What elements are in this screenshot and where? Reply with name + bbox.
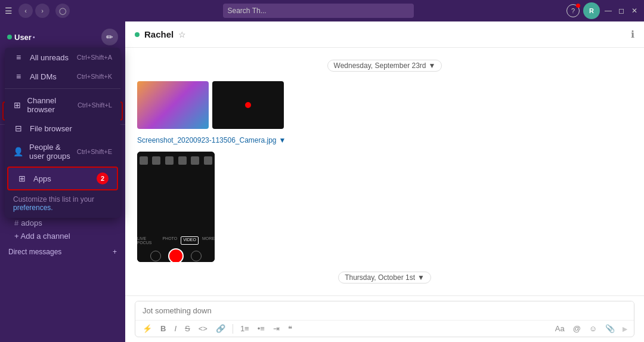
- titlebar-center: Search Th...: [70, 4, 566, 18]
- more-dropdown-menu: ≡ All unreads Ctrl+Shift+A ≡ All DMs Ctr…: [5, 48, 120, 218]
- maximize-button[interactable]: ◻: [617, 6, 626, 16]
- step-2-badge: 2: [97, 172, 109, 184]
- all-dms-icon: ≡: [13, 72, 24, 81]
- dropdown-item-channel-browser[interactable]: ⊞ Channel browser Ctrl+Shift+L: [5, 91, 120, 119]
- camera-modes: LIVE FOCUS PHOTO VIDEO MORE: [137, 236, 215, 245]
- apps-label: Apps: [33, 174, 51, 183]
- help-button[interactable]: ?: [566, 4, 580, 17]
- image-thumb-1[interactable]: [137, 81, 209, 129]
- people-icon: 👤: [13, 147, 23, 156]
- date-text-thursday: Thursday, October 1st: [345, 273, 415, 282]
- emoji-button[interactable]: ☺: [587, 323, 599, 334]
- titlebar-right: ? R — ◻ ✕: [566, 2, 639, 19]
- block-quote-button[interactable]: ❝: [286, 323, 295, 334]
- file-browser-label: File browser: [30, 124, 72, 133]
- forward-button[interactable]: ›: [35, 4, 49, 18]
- preferences-link[interactable]: preferences.: [13, 204, 53, 212]
- chat-input[interactable]: [135, 301, 634, 320]
- chat-header: Rachel ☆ ℹ: [125, 21, 644, 48]
- dropdown-item-people[interactable]: 👤 People & user groups Ctrl+Shift+E: [5, 138, 120, 165]
- online-indicator: [7, 35, 12, 39]
- chat-input-area: ⚡ B I S <> 🔗 1≡ •≡ ⇥ ❝ Aa @ ☺ 📎: [125, 295, 644, 342]
- camera-controls: [150, 248, 202, 262]
- search-text: Search Th...: [228, 7, 267, 15]
- cam-btn-5: [191, 156, 199, 165]
- camera-preview: LIVE FOCUS PHOTO VIDEO MORE: [137, 152, 215, 262]
- star-icon[interactable]: ☆: [178, 30, 186, 39]
- dropdown-item-apps[interactable]: ⊞ Apps 2: [7, 167, 118, 190]
- chat-input-toolbar: ⚡ B I S <> 🔗 1≡ •≡ ⇥ ❝ Aa @ ☺ 📎: [135, 320, 634, 337]
- cam-ctrl-1[interactable]: [150, 251, 161, 261]
- dropdown-item-all-dms[interactable]: ≡ All DMs Ctrl+Shift+K: [5, 67, 120, 86]
- channel-browser-icon: ⊞: [13, 100, 21, 110]
- date-pill-thursday[interactable]: Thursday, October 1st ▼: [338, 272, 431, 284]
- cam-ctrl-2[interactable]: [191, 251, 202, 261]
- people-label: People & user groups: [29, 143, 71, 161]
- mode-photo: PHOTO: [162, 236, 177, 245]
- channel-browser-shortcut: Ctrl+Shift+L: [78, 101, 112, 109]
- date-badge-wednesday: Wednesday, September 23rd ▼: [137, 60, 632, 72]
- ordered-list-button[interactable]: 1≡: [238, 323, 252, 334]
- link-button[interactable]: 🔗: [213, 323, 228, 334]
- dropdown-item-file-browser[interactable]: ⊟ File browser: [5, 119, 120, 138]
- indent-button[interactable]: ⇥: [271, 323, 282, 334]
- text-size-button[interactable]: Aa: [553, 323, 567, 334]
- dropdown-overlay: ≡ All unreads Ctrl+Shift+A ≡ All DMs Ctr…: [0, 43, 125, 223]
- dropdown-footer: Customize this list in your preferences.: [5, 192, 120, 218]
- cam-btn-3: [165, 156, 174, 165]
- sidebar-username: User: [14, 33, 32, 42]
- date-badge-thursday: Thursday, October 1st ▼: [137, 272, 632, 284]
- titlebar: ☰ ‹ › ◯ Search Th... ? R — ◻ ✕: [0, 0, 644, 21]
- contact-online-indicator: [135, 32, 140, 37]
- rec-indicator: [245, 102, 251, 108]
- date-pill-wednesday[interactable]: Wednesday, September 23rd ▼: [327, 60, 442, 72]
- file-label[interactable]: Screenshot_20200923-113506_Camera.jpg ▼: [137, 136, 632, 144]
- hamburger-icon[interactable]: ☰: [5, 6, 13, 16]
- mention-button[interactable]: @: [571, 323, 583, 334]
- code-button[interactable]: <>: [196, 323, 210, 334]
- add-channel-button[interactable]: + Add a channel: [0, 229, 125, 243]
- history-button[interactable]: ◯: [55, 4, 70, 18]
- minimize-button[interactable]: —: [603, 6, 613, 16]
- apps-icon: ⊞: [17, 174, 27, 183]
- italic-button[interactable]: I: [172, 323, 179, 334]
- all-unreads-shortcut: Ctrl+Shift+A: [77, 54, 112, 61]
- add-channel-label: + Add a channel: [14, 232, 70, 241]
- camera-toolbar: [137, 156, 215, 165]
- file-chevron: ▼: [279, 136, 286, 144]
- send-button[interactable]: ►: [621, 324, 629, 334]
- chat-area: Rachel ☆ ℹ Wednesday, September 23rd ▼: [125, 21, 644, 342]
- image-thumb-2[interactable]: [212, 81, 284, 129]
- all-unreads-label: All unreads: [30, 53, 69, 62]
- format-bold-button[interactable]: ⚡: [140, 323, 154, 334]
- dropdown-divider-1: [5, 88, 120, 89]
- dropdown-item-all-unreads[interactable]: ≡ All unreads Ctrl+Shift+A: [5, 48, 120, 67]
- avatar[interactable]: R: [583, 2, 600, 19]
- info-icon[interactable]: ℹ: [631, 29, 634, 40]
- all-dms-label: All DMs: [30, 72, 57, 81]
- contact-name: Rachel: [144, 29, 174, 39]
- main-layout: User • ✏ ⟳ Threads @ Mentions & reaction…: [0, 21, 644, 342]
- all-dms-shortcut: Ctrl+Shift+K: [77, 73, 112, 80]
- cam-btn-1: [140, 156, 148, 165]
- cam-btn-6: [204, 156, 212, 165]
- channel-browser-label: Channel browser: [27, 96, 72, 114]
- dm-add-icon[interactable]: +: [113, 248, 117, 256]
- status-dot: •: [33, 34, 35, 41]
- date-chevron: ▼: [429, 61, 436, 70]
- footer-text: Customize this list in your: [13, 195, 94, 204]
- attach-button[interactable]: 📎: [603, 323, 617, 334]
- unordered-list-button[interactable]: •≡: [255, 323, 267, 334]
- dm-section-header[interactable]: Direct messages +: [0, 243, 125, 257]
- strikethrough-button[interactable]: S: [182, 323, 193, 334]
- sidebar: User • ✏ ⟳ Threads @ Mentions & reaction…: [0, 21, 125, 342]
- dm-label: Direct messages: [8, 248, 61, 256]
- shutter-button[interactable]: [168, 248, 184, 262]
- chat-input-box: ⚡ B I S <> 🔗 1≡ •≡ ⇥ ❝ Aa @ ☺ 📎: [135, 301, 634, 337]
- cam-btn-4: [178, 156, 187, 165]
- back-button[interactable]: ‹: [18, 4, 33, 18]
- bold-button[interactable]: B: [158, 323, 168, 334]
- close-button[interactable]: ✕: [630, 6, 639, 16]
- date-chevron-2: ▼: [417, 273, 425, 282]
- search-bar[interactable]: Search Th...: [223, 4, 414, 18]
